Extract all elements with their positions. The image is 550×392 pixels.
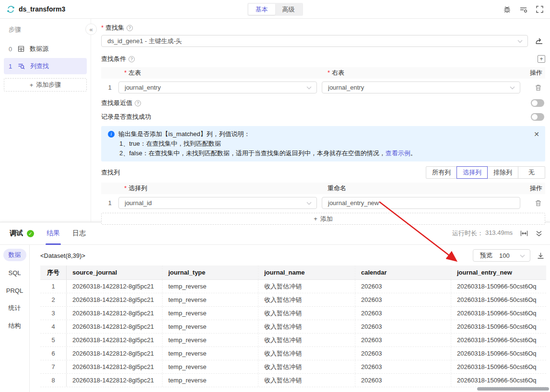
table-cell: 5 bbox=[40, 334, 67, 346]
sidebar-item-column-lookup[interactable]: 1 列查找 bbox=[4, 58, 87, 74]
select-column-header: 选择列 bbox=[124, 184, 147, 192]
record-match-toggle[interactable] bbox=[531, 113, 544, 121]
collapse-sidebar-button[interactable]: « bbox=[85, 23, 97, 35]
table-cell: 202603 bbox=[355, 293, 451, 306]
column-header[interactable]: 序号 bbox=[40, 265, 67, 279]
plus-icon: + bbox=[30, 81, 34, 89]
step-index: 1 bbox=[9, 63, 12, 70]
right-table-select[interactable]: journal_entry bbox=[322, 81, 520, 93]
open-dataset-icon[interactable] bbox=[535, 37, 543, 45]
table-cell: 收入暂估冲销 bbox=[258, 293, 355, 306]
rename-column-header: 重命名 bbox=[322, 184, 525, 193]
table-cell: 收入暂估冲销 bbox=[258, 320, 355, 333]
nearest-value-row: 查找最近值 ? bbox=[101, 99, 545, 107]
select-column-select[interactable]: journal_id bbox=[118, 197, 317, 209]
table-cell: 20260318-1422812-8gl5pc21 bbox=[67, 360, 163, 373]
panel-resize-icon[interactable] bbox=[520, 230, 528, 237]
result-table-body: 120260318-1422812-8gl5pc21temp_reverse收入… bbox=[40, 280, 546, 387]
table-cell: temp_reverse bbox=[163, 320, 258, 333]
run-config-icon[interactable] bbox=[519, 6, 528, 13]
view-example-link[interactable]: 查看示例 bbox=[386, 150, 410, 157]
step-index: 0 bbox=[9, 46, 12, 53]
info-line-2: 1、true：在查找集中，找到匹配数据 bbox=[108, 139, 538, 149]
condition-label: 查找条件 bbox=[101, 55, 126, 63]
info-line-1: 输出集是否添加【is_matched】列，列值说明： bbox=[118, 129, 250, 139]
tab-prql[interactable]: PRQL bbox=[3, 284, 26, 297]
action-column-header: 操作 bbox=[525, 184, 545, 193]
runtime: 运行时长： 313.49ms bbox=[452, 229, 513, 238]
brand: ds_transform3 bbox=[0, 5, 65, 13]
nearest-value-toggle[interactable] bbox=[531, 99, 544, 107]
app-logo-icon bbox=[7, 5, 15, 13]
debug-bug-icon[interactable] bbox=[503, 5, 511, 13]
table-row: 820260318-1422812-8gl5pc21temp_reverse收入… bbox=[40, 374, 546, 387]
mode-exclude-columns[interactable]: 排除列 bbox=[487, 166, 518, 179]
add-condition-button[interactable]: + bbox=[538, 55, 545, 63]
add-step-button[interactable]: + 添加步骤 bbox=[4, 78, 87, 92]
lookup-set-label-row: 查找集 ? bbox=[101, 23, 545, 33]
tab-stats[interactable]: 统计 bbox=[3, 302, 26, 314]
tab-basic[interactable]: 基本 bbox=[248, 4, 275, 15]
column-header[interactable]: calendar bbox=[355, 265, 451, 279]
tab-data[interactable]: 数据 bbox=[3, 249, 26, 261]
column-header[interactable]: journal_type bbox=[163, 265, 258, 279]
help-icon[interactable]: ? bbox=[127, 25, 133, 31]
info-icon: i bbox=[108, 131, 115, 138]
left-table-select[interactable]: journal_entry bbox=[118, 81, 317, 93]
table-cell: temp_reverse bbox=[163, 374, 258, 387]
column-header[interactable]: journal_name bbox=[258, 265, 355, 279]
collapse-panel-icon[interactable] bbox=[536, 231, 542, 237]
tab-structure[interactable]: 结构 bbox=[3, 320, 26, 332]
table-cell: 20260318-150966-50cst6Oq bbox=[451, 334, 546, 346]
help-icon[interactable]: ? bbox=[129, 56, 135, 62]
table-cell: 202603 bbox=[355, 280, 451, 293]
result-area: <Dataset(8,39)> 预览 100 序号 source_journal bbox=[30, 245, 550, 392]
column-mode-group: 所有列 选择列 排除列 无 bbox=[426, 166, 545, 179]
dataset-label: <Dataset(8,39)> bbox=[40, 252, 85, 259]
chevron-down-icon bbox=[517, 37, 523, 45]
table-cell: 202603 bbox=[355, 307, 451, 320]
debug-panel: 调试 ✓ 结果 日志 运行时长： 313.49ms 数据 SQL bbox=[0, 222, 550, 392]
right-table-value: journal_entry bbox=[328, 84, 510, 91]
table-row: 320260318-1422812-8gl5pc21temp_reverse收入… bbox=[40, 307, 546, 320]
lookup-columns-row: 查找列 所有列 选择列 排除列 无 bbox=[101, 166, 545, 179]
table-cell: 20260318-150966-50cst6Oq bbox=[451, 374, 546, 387]
table-row: 720260318-1422812-8gl5pc21temp_reverse收入… bbox=[40, 360, 546, 374]
table-cell: 20260318-1422812-8gl5pc21 bbox=[67, 293, 163, 306]
info-line-3-suffix: 。 bbox=[410, 150, 417, 157]
mode-all-columns[interactable]: 所有列 bbox=[426, 166, 457, 179]
debug-header: 调试 ✓ 结果 日志 运行时长： 313.49ms bbox=[0, 222, 550, 245]
table-cell: 8 bbox=[40, 374, 67, 387]
add-step-label: 添加步骤 bbox=[36, 81, 61, 89]
help-icon[interactable]: ? bbox=[135, 100, 141, 106]
table-cell: temp_reverse bbox=[163, 307, 258, 320]
horizontal-scrollbar[interactable] bbox=[477, 387, 549, 391]
tab-log[interactable]: 日志 bbox=[70, 222, 88, 245]
tab-sql[interactable]: SQL bbox=[3, 266, 26, 279]
step-label: 数据源 bbox=[30, 45, 48, 53]
sidebar-item-datasource[interactable]: 0 数据源 bbox=[4, 41, 87, 57]
rename-input[interactable]: journal_entry_new bbox=[322, 197, 520, 209]
column-lookup-icon bbox=[18, 63, 25, 69]
table-cell: 4 bbox=[40, 320, 67, 333]
table-row: 120260318-1422812-8gl5pc21temp_reverse收入… bbox=[40, 280, 546, 293]
tab-result[interactable]: 结果 bbox=[45, 222, 62, 245]
column-header[interactable]: source_journal bbox=[67, 265, 163, 279]
mode-select-columns[interactable]: 选择列 bbox=[456, 166, 488, 179]
fullscreen-icon[interactable] bbox=[536, 6, 543, 13]
table-cell: 20260318-150966-50cst6Oq bbox=[451, 347, 546, 360]
table-cell: 202603 bbox=[355, 374, 451, 387]
preview-value: 100 bbox=[499, 252, 510, 259]
mode-none[interactable]: 无 bbox=[518, 166, 545, 179]
tab-advanced[interactable]: 高级 bbox=[275, 4, 302, 15]
table-cell: 202603 bbox=[355, 320, 451, 333]
preview-count-select[interactable]: 预览 100 bbox=[473, 249, 530, 262]
close-icon[interactable]: ✕ bbox=[534, 129, 539, 139]
delete-column-button[interactable] bbox=[525, 200, 545, 207]
columns-table-header: 选择列 重命名 操作 bbox=[101, 183, 545, 194]
delete-condition-button[interactable] bbox=[525, 84, 545, 91]
lookup-set-select[interactable]: ds_id_gene1 - 主键生成-头 bbox=[101, 35, 528, 47]
column-header[interactable]: journal_entry_new bbox=[451, 265, 546, 279]
download-icon[interactable] bbox=[537, 252, 544, 259]
top-right-icons bbox=[503, 0, 543, 19]
